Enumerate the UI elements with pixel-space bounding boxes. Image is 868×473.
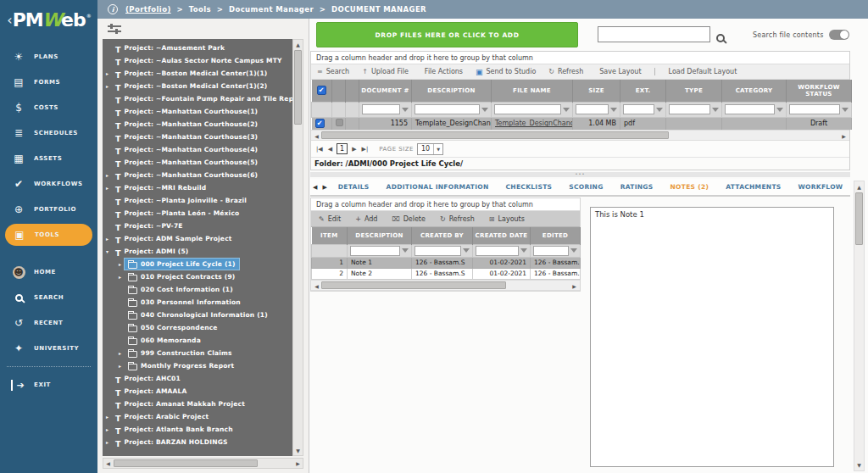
scrollbar-thumb[interactable] [294, 50, 302, 125]
filter-input[interactable] [476, 246, 519, 256]
scrollbar-thumb[interactable] [321, 131, 669, 139]
toolbar-button[interactable]: +Add [355, 215, 377, 223]
page-size-select[interactable]: 10▼ [417, 143, 443, 155]
sidebar-item-forms[interactable]: ▤FORMS [0, 70, 97, 95]
tree-item[interactable]: ▸ Project: Atlanta Bank Branch [103, 423, 292, 436]
filter-input[interactable] [623, 104, 654, 114]
sidebar-item-recent[interactable]: ↺RECENT [0, 310, 97, 336]
tabs-scroll-left-icon[interactable]: ◀ [310, 184, 320, 191]
document-row[interactable]: 1155 Template_DesignChange Template_Desi… [312, 117, 852, 130]
scroll-left-icon[interactable] [103, 459, 113, 468]
filter-input[interactable] [725, 104, 775, 114]
panel-splitter[interactable] [310, 172, 850, 177]
tree-node[interactable]: Project: ADM Sample Project [112, 233, 236, 244]
tree-item[interactable]: 020 Cost Information (1) [103, 283, 292, 296]
tree-node[interactable]: 010 Project Contracts (9) [125, 271, 238, 282]
tree-node[interactable]: Project: ~Planta León - México [112, 208, 242, 219]
column-header[interactable]: EDITED [531, 227, 581, 244]
breadcrumb-item[interactable]: Tools [189, 5, 229, 14]
column-header[interactable]: DESCRIPTION [412, 80, 492, 102]
tree-item[interactable]: ▸ Project: BARZAN HOLDINGS [103, 436, 292, 448]
expander-icon[interactable]: ▸ [115, 363, 125, 369]
note-row[interactable]: 2 Note 2 126 - Bassam.S 01-02-2021 126 -… [312, 268, 581, 279]
filter-icon[interactable] [776, 108, 783, 112]
sidebar-item-tools[interactable]: ▣TOOLS [5, 224, 92, 246]
tree-item[interactable]: Project: ~Manhattan Courthouse(4) [103, 143, 292, 156]
tree-item[interactable]: Project: Amanat Makkah Project [103, 398, 292, 410]
tree-item[interactable]: ▸ Project: Arabic Project [103, 410, 292, 423]
tree-item[interactable]: Project: ~Fountain Pump Repair and Tile … [103, 92, 292, 105]
filter-input[interactable] [415, 104, 480, 114]
tree-node[interactable]: 030 Personnel Information [125, 297, 244, 308]
toolbar-button[interactable]: Save Layout [596, 68, 641, 75]
tree-item[interactable]: ▸ Project: ~MRI Rebuild [103, 181, 292, 194]
toolbar-button[interactable]: ▣Send to Studio [476, 68, 536, 76]
breadcrumb-item[interactable]: Document Manager [229, 5, 331, 14]
info-icon[interactable]: i [108, 4, 118, 14]
filter-icon[interactable] [481, 108, 488, 112]
panel-vertical-scrollbar[interactable] [854, 181, 865, 471]
tree-item[interactable]: Project: ~PV-7E [103, 220, 292, 232]
tree-item[interactable]: Project: AHC01 [103, 372, 292, 385]
filter-settings-icon[interactable] [108, 24, 121, 34]
tree-node[interactable]: 060 Memoranda [125, 335, 204, 346]
column-header[interactable]: CATEGORY [722, 80, 787, 102]
tree-item[interactable]: ▸ 000 Project Life Cycle (1) [103, 258, 292, 270]
tree-item[interactable]: ▾ Project: ADMI (5) [103, 245, 292, 258]
tree-item[interactable]: ▸ Project: ~Manhattan Courthouse(6) [103, 169, 292, 181]
scrollbar-thumb[interactable] [855, 192, 863, 245]
tree-node[interactable]: Project: Atlanta Bank Branch [112, 424, 236, 435]
breadcrumb-item[interactable]: DOCUMENT MANAGER [331, 5, 426, 14]
tree-node[interactable]: Project: ~Manhattan Courthouse(5) [112, 157, 261, 168]
sidebar-item-exit[interactable]: ➔EXIT [0, 372, 97, 398]
filter-input[interactable] [494, 104, 561, 114]
scroll-up-icon[interactable] [293, 40, 303, 49]
tree-node[interactable]: Project: ADMI (5) [112, 246, 192, 257]
file-name-link[interactable]: Template_DesignChange [492, 117, 573, 130]
expander-icon[interactable]: ▸ [103, 426, 112, 432]
tree-item[interactable]: Project: ~Aulas Sector Norte Campus MTY [103, 54, 292, 67]
search-icon[interactable] [716, 30, 725, 46]
sidebar-item-university[interactable]: ✦UNIVERSITY [0, 336, 97, 361]
tabs-scroll-right-icon[interactable]: ▶ [320, 184, 329, 191]
scroll-right-icon[interactable] [839, 131, 849, 141]
toolbar-button[interactable]: ⌧Delete [392, 215, 426, 223]
tree-node[interactable]: Project: ~Fountain Pump Repair and Tile … [112, 93, 292, 104]
filter-icon[interactable] [402, 108, 409, 112]
tree-node[interactable]: Monthly Progress Report [125, 360, 237, 371]
toolbar-button[interactable]: ↻Refresh [548, 68, 583, 75]
filter-input[interactable] [415, 246, 461, 256]
filter-input[interactable] [350, 246, 400, 256]
notes-horizontal-scrollbar[interactable] [311, 280, 580, 291]
filter-icon[interactable] [712, 108, 719, 112]
tree-item[interactable]: 050 Correspondence [103, 321, 292, 334]
tree-node[interactable]: 999 Construction Claims [125, 348, 236, 359]
column-header[interactable]: SIZE [573, 80, 620, 102]
tree-item[interactable]: Project: ~Planta Joinville - Brazil [103, 194, 292, 207]
documents-horizontal-scrollbar[interactable] [311, 130, 849, 141]
tree-item[interactable]: ▸ 999 Construction Claims [103, 347, 292, 359]
scroll-up-icon[interactable] [854, 182, 864, 192]
last-page-button[interactable]: ▶| [361, 146, 370, 153]
sidebar-item-assets[interactable]: ▦ASSETS [0, 146, 97, 171]
tree-node[interactable]: Project: ~Boston Medical Center(1)(2) [112, 81, 270, 92]
tree-node[interactable]: Project: ~Amusement Park [112, 42, 228, 53]
tree-vertical-scrollbar[interactable] [292, 39, 303, 456]
tree-node[interactable]: Project: AHC01 [112, 373, 184, 384]
pmweb-logo[interactable]: ‹PMWeb® [0, 0, 97, 39]
scroll-right-icon[interactable] [570, 281, 579, 291]
scroll-left-icon[interactable] [312, 281, 321, 291]
tree-node[interactable]: Project: ~Manhattan Courthouse(1) [112, 106, 261, 117]
tree-node[interactable]: Project: Amanat Makkah Project [112, 398, 248, 409]
tree-node[interactable]: Project: ~Manhattan Courthouse(3) [112, 131, 261, 142]
tab[interactable]: ADDITIONAL INFORMATION [378, 179, 498, 195]
tab[interactable]: WORKFLOW [790, 179, 851, 195]
tree-item[interactable]: ▸ Project: ~Boston Medical Center(1)(1) [103, 67, 292, 80]
filter-icon[interactable] [402, 248, 409, 253]
tree-node[interactable]: Project: ~Boston Medical Center(1)(1) [112, 68, 270, 79]
previous-page-button[interactable]: ◀ [327, 146, 333, 153]
tree-item[interactable]: ▸ Project: ~Boston Medical Center(1)(2) [103, 80, 292, 92]
group-by-bar[interactable]: Drag a column header and drop it here to… [311, 52, 849, 64]
toolbar-button[interactable]: ✎Edit [319, 215, 341, 223]
sidebar-item-workflows[interactable]: ✔WORKFLOWS [0, 171, 97, 197]
